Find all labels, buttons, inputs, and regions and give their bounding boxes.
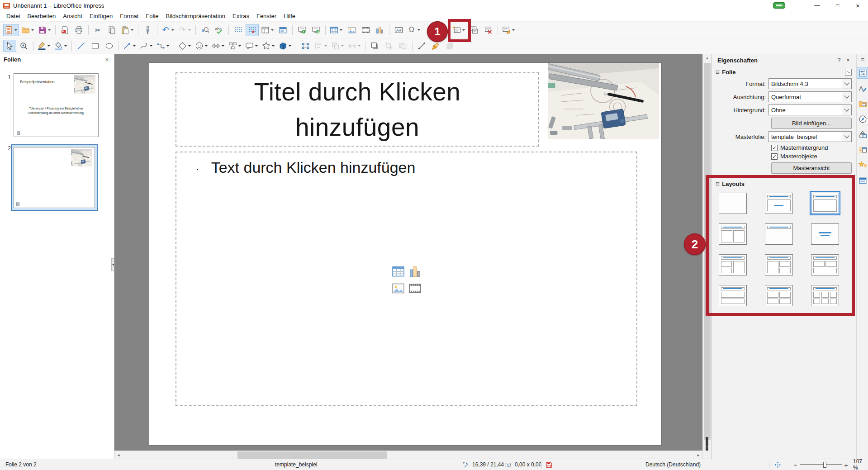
- chevron-down-icon[interactable]: [842, 79, 851, 89]
- collapse-icon[interactable]: ⊟: [716, 69, 720, 75]
- scroll-right-icon[interactable]: ►: [694, 451, 702, 459]
- slide-editing-area[interactable]: Titel durch Klicken hinzufügen · Text du…: [149, 62, 662, 446]
- document-language[interactable]: Deutsch (Deutschland): [645, 459, 701, 470]
- sidebar-menu-icon[interactable]: ≡: [861, 56, 864, 63]
- find-replace-button[interactable]: a: [199, 24, 212, 36]
- format-select[interactable]: Bildschirm 4:3: [768, 78, 852, 89]
- callout-shapes-dropdown-icon[interactable]: [254, 40, 259, 52]
- interaction-button[interactable]: [415, 40, 428, 52]
- connectors-button[interactable]: [155, 40, 171, 52]
- cut-button[interactable]: ✂: [91, 24, 104, 36]
- clone-formatting-button[interactable]: [141, 24, 154, 36]
- minimize-button[interactable]: —: [807, 0, 827, 11]
- insert-media-icon[interactable]: [408, 282, 422, 295]
- arrange-dropdown-icon[interactable]: [340, 40, 345, 52]
- dialog-launcher-icon[interactable]: ↘: [845, 69, 852, 76]
- insert-media-button[interactable]: [359, 24, 372, 36]
- insert-chart-button[interactable]: [373, 24, 386, 36]
- duplicate-slide-button[interactable]: [468, 24, 481, 36]
- scroll-left-icon[interactable]: ◄: [114, 451, 123, 459]
- paste-button[interactable]: [119, 24, 135, 36]
- copy-button[interactable]: [105, 24, 119, 36]
- slide-thumbnail-2[interactable]: [14, 147, 95, 208]
- slide-thumbnail-1[interactable]: Beispielpräsentation Toleranzen / Passun…: [14, 73, 99, 137]
- menu-ansicht[interactable]: Ansicht: [59, 11, 86, 21]
- export-pdf-button[interactable]: [58, 24, 71, 36]
- new-presentation-dropdown-icon[interactable]: [13, 24, 18, 36]
- collapse-icon[interactable]: ⊟: [716, 181, 720, 187]
- 3d-objects-dropdown-icon[interactable]: [287, 40, 292, 52]
- menu-extras[interactable]: Extras: [229, 11, 253, 21]
- slide-properties-button[interactable]: [501, 24, 517, 36]
- edit-points-button[interactable]: [299, 40, 312, 52]
- fit-slide-icon[interactable]: [774, 459, 783, 470]
- sidebar-tab-master-slides[interactable]: [857, 175, 868, 186]
- insert-text-box-button[interactable]: A: [392, 24, 405, 36]
- start-from-current-slide-button[interactable]: [309, 24, 323, 36]
- layout-six-content[interactable]: [811, 285, 839, 306]
- panel-collapse-handle[interactable]: ◄: [111, 258, 114, 271]
- horizontal-scrollbar[interactable]: ◄ ►: [114, 451, 702, 459]
- background-select[interactable]: Ohne: [768, 104, 852, 115]
- new-slide-button[interactable]: [451, 24, 467, 36]
- sidebar-tab-shapes[interactable]: [857, 128, 868, 140]
- undo-button[interactable]: ↶: [160, 24, 176, 36]
- menu-bearbeiten[interactable]: Bearbeiten: [24, 11, 59, 21]
- flowchart-dropdown-icon[interactable]: [237, 40, 242, 52]
- layout-content-over-content[interactable]: [719, 285, 747, 306]
- symbol-shapes-button[interactable]: [194, 40, 209, 52]
- vertical-scroll-thumb[interactable]: [704, 63, 711, 440]
- menu-fenster[interactable]: Fenster: [253, 11, 280, 21]
- layout-blank[interactable]: [719, 193, 747, 214]
- special-character-dropdown-icon[interactable]: [416, 24, 421, 36]
- distribute-dropdown-icon[interactable]: [356, 40, 361, 52]
- layout-title-two-content[interactable]: [719, 223, 747, 245]
- slide-properties-dropdown-icon[interactable]: [511, 24, 516, 36]
- maximize-button[interactable]: □: [827, 0, 848, 11]
- 3d-objects-button[interactable]: [277, 40, 293, 52]
- curves-polygons-button[interactable]: [138, 40, 154, 52]
- scroll-up-icon[interactable]: ▲: [703, 54, 711, 62]
- layout-content-two-content[interactable]: [765, 254, 793, 275]
- start-from-first-slide-button[interactable]: [295, 24, 308, 36]
- basic-shapes-button[interactable]: [177, 40, 193, 52]
- rectangle-button[interactable]: [89, 40, 102, 52]
- content-placeholder[interactable]: · Text durch Klicken hinzufügen: [175, 152, 637, 406]
- chevron-down-icon[interactable]: [842, 132, 851, 142]
- block-arrows-button[interactable]: [210, 40, 226, 52]
- unsaved-changes-icon[interactable]: [545, 459, 554, 470]
- sidebar-tab-animation[interactable]: [857, 159, 868, 171]
- insert-chart-icon[interactable]: [408, 265, 422, 279]
- slide-photo-caliper[interactable]: [548, 63, 659, 139]
- zoom-button[interactable]: [17, 40, 30, 52]
- title-placeholder[interactable]: Titel durch Klicken hinzufügen: [175, 72, 539, 147]
- layout-title-only[interactable]: [765, 223, 793, 245]
- zoom-slider-thumb[interactable]: [823, 462, 826, 468]
- insert-image-icon[interactable]: [391, 282, 405, 295]
- master-objects-checkbox[interactable]: ✓: [771, 153, 778, 160]
- chevron-down-icon[interactable]: [842, 92, 851, 102]
- shadow-button[interactable]: [368, 40, 381, 52]
- overlay-tool-icon[interactable]: [773, 2, 785, 9]
- insert-table-button[interactable]: [328, 24, 344, 36]
- insert-image-button[interactable]: [345, 24, 358, 36]
- new-slide-dropdown-icon[interactable]: [461, 24, 466, 36]
- print-button[interactable]: [72, 24, 85, 36]
- menu-bildschirmpr-sentation[interactable]: Bildschirmpräsentation: [162, 11, 229, 21]
- display-grid-button[interactable]: [232, 24, 245, 36]
- fill-color-dropdown-icon[interactable]: [63, 40, 68, 52]
- save-button[interactable]: [37, 24, 52, 36]
- lines-and-arrows-dropdown-icon[interactable]: [132, 40, 137, 52]
- basic-shapes-dropdown-icon[interactable]: [187, 40, 192, 52]
- stars-banners-dropdown-icon[interactable]: [270, 40, 275, 52]
- layout-two-content-over-content[interactable]: [811, 254, 839, 275]
- spelling-button[interactable]: abc: [213, 24, 226, 36]
- scroll-down-icon[interactable]: ▼: [703, 442, 711, 451]
- slide-canvas[interactable]: Titel durch Klicken hinzufügen · Text du…: [114, 54, 702, 459]
- display-views-button[interactable]: [260, 24, 275, 36]
- close-button[interactable]: ×: [848, 0, 868, 11]
- menu-datei[interactable]: Datei: [3, 11, 24, 21]
- block-arrows-dropdown-icon[interactable]: [220, 40, 225, 52]
- zoom-out-icon[interactable]: −: [793, 459, 797, 470]
- sidebar-tab-navigator[interactable]: [857, 113, 868, 125]
